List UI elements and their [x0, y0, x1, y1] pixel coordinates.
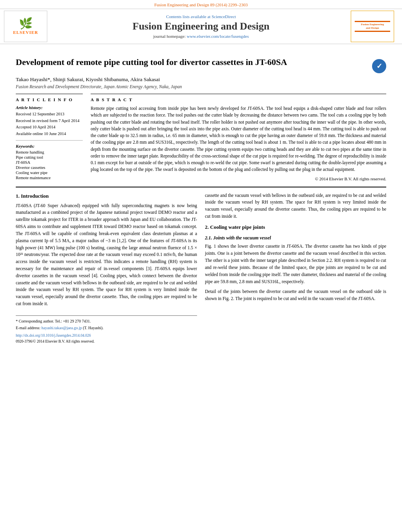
section1-right-text: cassette and the vacuum vessel with bell… [205, 192, 386, 220]
article-info-heading: A R T I C L E I N F O [16, 97, 83, 102]
elsevier-brand: ELSEVIER [13, 30, 38, 35]
issn-text: 0920-3796/© 2014 Elsevier B.V. All right… [16, 339, 197, 345]
journal-logo-box: Fusion Engineeringand Design [351, 11, 394, 42]
keywords-label: Keywords: [16, 144, 83, 148]
citation-text: Fusion Engineering and Design 89 (2014) … [154, 2, 248, 7]
keyword-5: Cooling water pipe [16, 171, 83, 175]
body-section: 1. Introduction JT-60SA (JT-60 Super Adv… [16, 192, 386, 345]
section1-heading: 1. Introduction [16, 192, 197, 200]
journal-homepage: journal homepage: www.elsevier.com/locat… [51, 34, 351, 39]
section2-heading: 2. Cooling water pipe joints [205, 223, 386, 231]
elsevier-tree-icon: 🌿 [19, 18, 33, 29]
homepage-link[interactable]: www.elsevier.com/locate/fusengdes [187, 34, 249, 39]
accepted-date: Accepted 10 April 2014 [16, 124, 83, 130]
available-date: Available online 10 June 2014 [16, 131, 83, 137]
journal-citation: Fusion Engineering and Design 89 (2014) … [0, 0, 402, 9]
footnote-email-link[interactable]: hayashi.takao@jaea.go.jp [41, 326, 82, 330]
footnote-area: * Corresponding author. Tel.: +81 29 270… [16, 315, 197, 331]
journal-title: Fusion Engineering and Design [51, 20, 351, 32]
elsevier-logo: 🌿 ELSEVIER [4, 11, 47, 42]
article-info-panel: A R T I C L E I N F O Article history: R… [16, 94, 83, 181]
section21-heading: 2.1. Joints with the vacuum vessel [205, 234, 386, 242]
section21-text2: Detail of the joints between the diverto… [205, 288, 386, 302]
keyword-3: JT-60SA [16, 160, 83, 165]
keyword-2: Pipe cutting tool [16, 155, 83, 159]
revised-date: Received in revised form 7 April 2014 [16, 118, 83, 124]
paper-title: Development of remote pipe cutting tool … [16, 57, 366, 68]
section21-text: Fig. 1 shows the lower divertor cassette… [205, 243, 386, 285]
keyword-1: Remote handling [16, 150, 83, 154]
abstract-text: Remote pipe cutting tool accessing from … [91, 105, 386, 173]
body-right-col: cassette and the vacuum vessel with bell… [205, 192, 386, 345]
affiliation: Fusion Research and Development Director… [16, 84, 386, 89]
received-date: Received 12 September 2013 [16, 111, 83, 117]
keyword-6: Remote maintenance [16, 176, 83, 180]
footnote-email: E-mail address: hayashi.takao@jaea.go.jp… [16, 325, 197, 331]
crossmark-icon: ✓ [376, 62, 382, 70]
section1-text: JT-60SA (JT-60 Super Advanced) equipped … [16, 202, 197, 308]
abstract-panel: A B S T R A C T Remote pipe cutting tool… [91, 94, 386, 181]
journal-header: 🌿 ELSEVIER Contents lists available at S… [0, 9, 402, 44]
crossmark-badge: ✓ [372, 59, 386, 73]
journal-logo-text: Fusion Engineeringand Design [361, 23, 384, 30]
keyword-4: Divertor cassettes [16, 165, 83, 170]
main-content: Development of remote pipe cutting tool … [0, 44, 402, 344]
authors: Takao Hayashi*, Shinji Sakurai, Kiyoshi … [16, 76, 386, 83]
contents-available: Contents lists available at ScienceDirec… [51, 14, 351, 19]
body-left-col: 1. Introduction JT-60SA (JT-60 Super Adv… [16, 192, 197, 345]
doi-link[interactable]: http://dx.doi.org/10.1016/j.fusengdes.20… [16, 334, 91, 337]
footnote-corresponding: * Corresponding author. Tel.: +81 29 270… [16, 318, 197, 324]
history-label: Article history: [16, 105, 83, 110]
journal-center: Contents lists available at ScienceDirec… [51, 14, 351, 39]
keywords-section: Keywords: Remote handling Pipe cutting t… [16, 144, 83, 180]
copyright: © 2014 Elsevier B.V. All rights reserved… [91, 176, 386, 181]
abstract-heading: A B S T R A C T [91, 97, 386, 102]
bottom-info: http://dx.doi.org/10.1016/j.fusengdes.20… [16, 333, 197, 344]
article-meta-section: A R T I C L E I N F O Article history: R… [16, 94, 386, 181]
